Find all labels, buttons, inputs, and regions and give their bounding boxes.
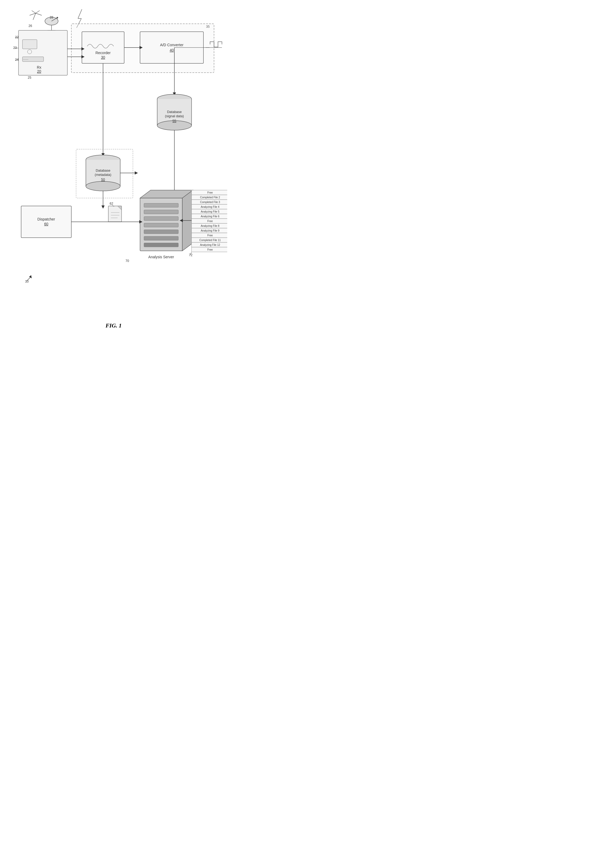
diagram-svg: ~~~~~ 22 23 24 25 26 28 Rx 20 35 Recorde… [0,5,227,317]
status-0: Free [207,191,213,194]
svg-rect-24 [108,206,121,222]
status-6: Free [207,220,213,223]
ref-62: 62 [110,202,113,205]
svg-line-4 [32,10,36,13]
status-9: Free [207,234,213,237]
ref-22: 22 [15,35,19,39]
diagram-container: ~~~~~ 22 23 24 25 26 28 Rx 20 35 Recorde… [0,5,227,317]
db-meta-bottom [86,182,120,191]
db-meta-label2: (metadata) [95,173,111,177]
arrowhead-ref10 [29,275,32,278]
server-bay-3 [144,217,178,220]
ref-28: 28 [50,16,53,19]
rx-num: 20 [37,69,41,74]
status-11: Analyzing File 12 [200,244,221,247]
server-bay-5 [144,230,178,234]
task-icon [108,206,121,222]
status-2: Completed File 3 [200,201,220,204]
ref-26: 26 [28,24,32,28]
server-bay-4 [144,223,178,227]
rx-box [18,30,67,75]
svg-line-0 [78,9,82,18]
dispatcher-label: Dispatcher [37,217,55,221]
server-num: 70 [126,259,129,263]
status-7: Analyzing File 8 [201,224,219,227]
db-signal-label2: (signal data) [165,114,184,118]
ref-24: 24 [15,58,19,62]
db-signal-num: 55 [173,119,176,123]
ad-label: A/D Converter [160,43,184,47]
server-label: Analysis Server [148,255,174,259]
status-8: Analyzing File 9 [201,229,219,232]
db-signal-label1: Database [167,110,182,114]
server-bay-6 [144,236,178,240]
status-list: Free Completed File 2 Completed File 3 A… [192,190,227,252]
svg-text:~~~~~: ~~~~~ [23,59,28,61]
status-4: Analyzing File 5 [201,210,219,213]
recorder-num: 30 [101,55,105,59]
svg-point-12 [56,17,58,18]
antenna-icon [30,10,42,20]
ref-23: 23 [13,46,17,50]
server-bay-7 [144,243,178,247]
ref-10: 10 [25,280,29,283]
status-10: Completed File 11 [199,239,221,242]
svg-rect-13 [22,40,37,49]
arrowhead-db50-dispatcher [101,205,105,209]
ad-num: 40 [170,48,174,52]
server-bay-2 [144,210,178,214]
status-5: Analyzing File 6 [201,215,219,218]
dispatcher-num: 60 [44,222,48,226]
recorder-label: Recorder [95,51,111,55]
svg-line-7 [36,13,42,15]
ref-25: 25 [28,76,31,80]
figure-title: FIG. 1 [0,322,227,329]
db-meta-num: 50 [101,177,105,182]
ref-35: 35 [206,25,210,28]
status-3: Analyzing File 4 [201,205,219,208]
svg-line-5 [36,10,40,13]
status-12: Free [207,248,213,251]
arrowhead-db50-server [135,171,138,174]
rx-label: Rx [37,65,41,69]
db-meta-label1: Database [96,168,110,173]
server-bay-1 [144,203,178,207]
status-1: Completed File 2 [200,196,220,199]
